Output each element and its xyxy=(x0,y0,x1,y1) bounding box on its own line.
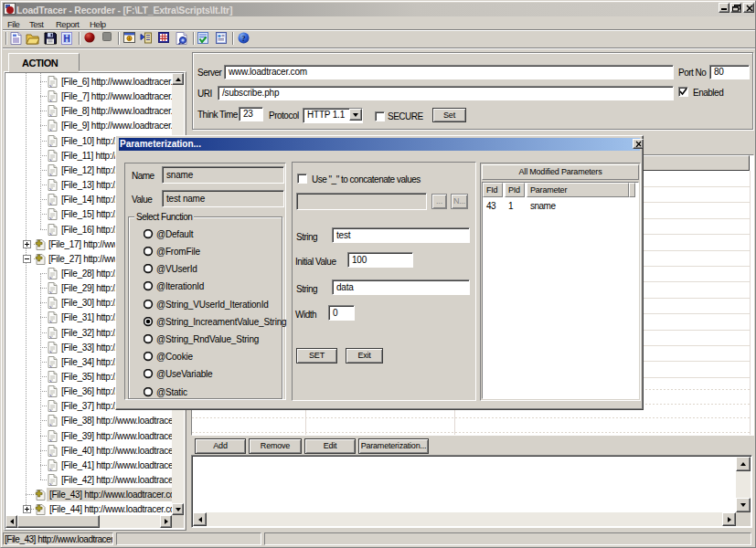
svg-text:H: H xyxy=(63,34,69,44)
svg-text:?: ? xyxy=(241,34,246,43)
